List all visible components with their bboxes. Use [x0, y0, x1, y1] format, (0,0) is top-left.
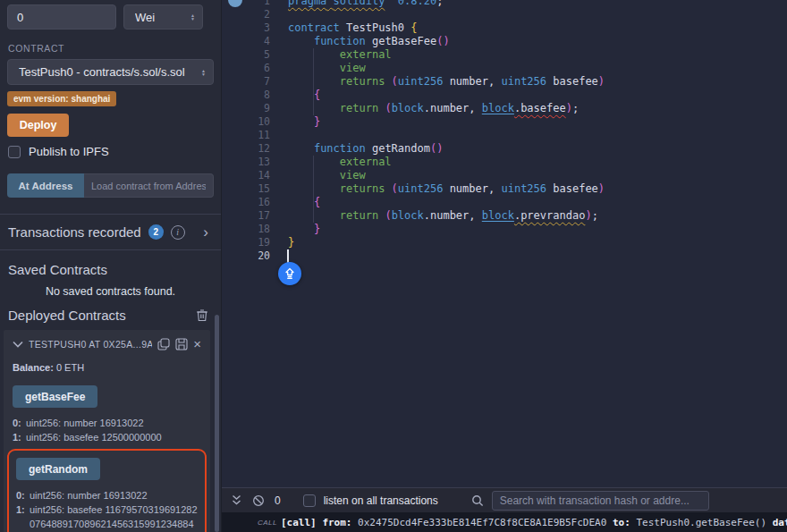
at-address-button[interactable]: At Address [7, 173, 84, 198]
code-line[interactable]: 17 return (block.number, block.prevranda… [222, 209, 787, 223]
instance-header[interactable]: TESTPUSH0 AT 0X25A...9A1C × [13, 338, 201, 350]
line-number: 5 [222, 48, 270, 62]
code-text [270, 129, 288, 142]
save-icon[interactable] [175, 338, 188, 350]
code-line[interactable]: 9 return (block.number, block.basefee); [222, 102, 787, 115]
line-number: 3 [222, 21, 270, 35]
code-text: contract TestPush0 { [270, 21, 418, 35]
output-row: 0: uint256: number 16913022 [16, 488, 198, 502]
ai-assistant-button[interactable] [278, 262, 301, 285]
code-line[interactable]: 8 { [222, 89, 787, 102]
code-line[interactable]: 13 external [222, 156, 787, 169]
code-text: } [270, 223, 320, 236]
getbasefee-outputs: 0: uint256: number 16913022 1: uint256: … [13, 416, 201, 444]
sidebar-scrollbar[interactable] [215, 315, 219, 532]
contract-select[interactable]: TestPush0 - contracts/s.sol/s.sol ▲▼ [7, 59, 214, 85]
info-icon[interactable]: i [171, 225, 185, 240]
transactions-recorded-label: Transactions recorded [8, 224, 141, 240]
line-number: 18 [222, 223, 270, 236]
getrandom-button[interactable]: getRandom [16, 458, 100, 480]
code-line[interactable]: 3contract TestPush0 { [222, 21, 787, 35]
getrandom-highlight-box: getRandom 0: uint256: number 16913022 1:… [7, 449, 207, 532]
contract-label: CONTRACT [8, 43, 214, 54]
code-line[interactable]: 4 function getBaseFee() [222, 35, 787, 48]
code-line[interactable]: 18 } [222, 223, 787, 236]
terminal-log-count: 0 [275, 494, 281, 507]
chevron-down-icon[interactable] [13, 341, 23, 348]
code-text: view [270, 62, 366, 75]
balance-label: Balance: [13, 362, 54, 373]
code-line[interactable]: 10 } [222, 115, 787, 129]
line-number: 19 [222, 236, 270, 249]
terminal-toolbar: 0 listen on all transactions [222, 487, 787, 512]
transaction-search-input[interactable] [492, 491, 709, 511]
deploy-button[interactable]: Deploy [7, 114, 69, 137]
code-line[interactable]: 7 returns (uint256 number, uint256 basef… [222, 75, 787, 89]
unit-select[interactable]: Wei ▲▼ [123, 4, 203, 30]
transactions-recorded-row[interactable]: Transactions recorded 2 i › [0, 215, 221, 249]
chevron-right-icon[interactable]: › [203, 228, 208, 237]
call-tag: call [258, 519, 281, 527]
terminal-log-line[interactable]: call [call] from: 0x2475Dcd4Fe333bE814Ef… [222, 512, 787, 532]
code-line[interactable]: 11 [222, 129, 787, 142]
at-address-input[interactable] [84, 173, 214, 198]
instance-title: TESTPUSH0 AT 0X25A...9A1C [29, 339, 152, 350]
code-text: external [270, 156, 392, 169]
code-text: returns (uint256 number, uint256 basefee… [270, 75, 605, 89]
line-number: 14 [222, 169, 270, 182]
code-text: external [270, 48, 392, 62]
code-line[interactable]: 6 view [222, 62, 787, 75]
text-cursor [287, 249, 289, 263]
code-text [270, 8, 288, 21]
listen-all-checkbox[interactable] [303, 494, 316, 507]
output-row: 0: uint256: number 16913022 [13, 416, 201, 430]
indent-guide [313, 48, 314, 115]
balance-value: 0 ETH [56, 362, 84, 373]
code-line[interactable]: 12 function getRandom() [222, 142, 787, 156]
evm-version-badge: evm version: shanghai [7, 91, 116, 106]
code-line[interactable]: 2 [222, 8, 787, 21]
code-line[interactable]: 19} [222, 236, 787, 249]
listen-all-row: listen on all transactions [303, 494, 438, 507]
code-text: returns (uint256 number, uint256 basefee… [270, 182, 605, 196]
output-row: 1: uint256: basefee 12500000000 [13, 430, 201, 444]
code-line[interactable]: 1pragma solidity ^0.8.20; [222, 0, 787, 8]
code-editor[interactable]: 1pragma solidity ^0.8.20;23contract Test… [222, 0, 787, 487]
indent-guide [313, 156, 314, 223]
line-number: 12 [222, 142, 270, 156]
publish-ipfs-checkbox[interactable] [8, 146, 21, 158]
clear-console-icon[interactable] [252, 494, 265, 507]
publish-ipfs-row: Publish to IPFS [8, 145, 221, 158]
deployed-contracts-title: Deployed Contracts [8, 308, 126, 323]
line-number: 2 [222, 8, 270, 21]
main-column: 1pragma solidity ^0.8.20;23contract Test… [222, 0, 787, 532]
deployed-instance-card: TESTPUSH0 AT 0X25A...9A1C × Balance: 0 E… [4, 330, 210, 532]
line-number: 13 [222, 156, 270, 169]
deployed-contracts-header: Deployed Contracts [8, 308, 208, 323]
code-text: function getBaseFee() [270, 35, 450, 48]
code-line[interactable]: 14 view [222, 169, 787, 182]
call-log-text: [call] from: 0x2475Dcd4Fe333bE814Ef7C8f8… [281, 517, 787, 528]
line-number: 8 [222, 89, 270, 102]
line-number: 17 [222, 209, 270, 223]
expand-terminal-icon[interactable] [231, 494, 242, 506]
line-number: 9 [222, 102, 270, 115]
code-line[interactable]: 5 external [222, 48, 787, 62]
line-number: 6 [222, 62, 270, 75]
contract-select-value: TestPush0 - contracts/s.sol/s.sol [19, 65, 196, 79]
getrandom-outputs: 0: uint256: number 16913022 1: uint256: … [16, 488, 198, 532]
code-line[interactable]: 20 [222, 249, 787, 263]
getbasefee-button[interactable]: getBaseFee [13, 385, 97, 408]
copy-icon[interactable] [157, 338, 170, 350]
transactions-count-badge: 2 [148, 224, 164, 240]
line-number: 7 [222, 75, 270, 89]
divider [0, 249, 221, 250]
close-icon[interactable]: × [193, 340, 201, 349]
line-number: 11 [222, 129, 270, 142]
trash-icon[interactable] [196, 308, 208, 322]
value-input[interactable] [7, 4, 116, 30]
code-line[interactable]: 15 returns (uint256 number, uint256 base… [222, 182, 787, 196]
saved-contracts-empty: No saved contracts found. [0, 285, 221, 298]
output-row: 1: uint256: basefee 11679570319691282076… [16, 502, 198, 532]
code-line[interactable]: 16 { [222, 196, 787, 209]
